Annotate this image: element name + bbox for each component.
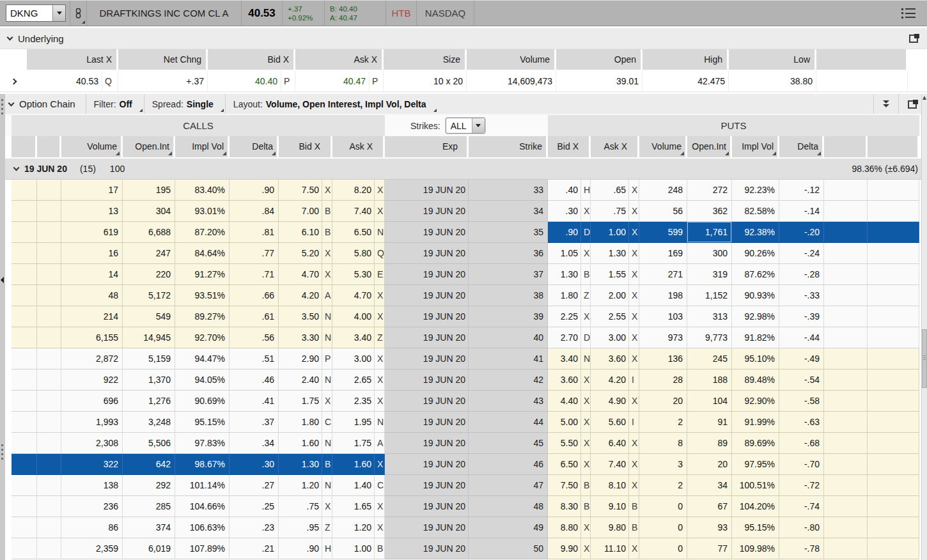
- option-row-strike-38[interactable]: 48 5,172 93.51% .66 4.20 A 4.70 X 19 JUN…: [0, 285, 927, 306]
- put-bid-exchange[interactable]: B: [581, 264, 591, 285]
- exp-cell[interactable]: 19 JUN 20: [385, 222, 469, 243]
- put-bid-exchange[interactable]: X: [581, 243, 591, 264]
- call-ask[interactable]: 2.65: [332, 369, 375, 391]
- call-bid[interactable]: 7.00: [279, 201, 322, 222]
- call-volume[interactable]: 17: [61, 180, 123, 201]
- put-ask[interactable]: .65: [591, 180, 629, 201]
- put-bid-exchange[interactable]: Z: [581, 285, 591, 306]
- call-open-int[interactable]: 247: [123, 243, 175, 264]
- put-ask-exchange[interactable]: X: [629, 222, 639, 243]
- call-delta[interactable]: .46: [230, 369, 279, 391]
- call-volume[interactable]: 2,872: [61, 348, 123, 369]
- call-impl-vol[interactable]: 90.69%: [175, 391, 230, 412]
- option-row-strike-46[interactable]: 322 642 98.67% .30 1.30 B 1.60 X 19 JUN …: [0, 454, 927, 475]
- option-row-strike-49[interactable]: 86 374 106.63% .23 .95 Z 1.20 X 19 JUN 2…: [0, 517, 927, 538]
- call-ask-exchange[interactable]: X: [375, 391, 385, 412]
- vertical-scrollbar[interactable]: [921, 94, 927, 560]
- call-bid[interactable]: 3.30: [279, 327, 322, 348]
- put-impl-vol[interactable]: 90.93%: [732, 285, 779, 306]
- call-bid[interactable]: .95: [279, 517, 322, 538]
- put-impl-vol[interactable]: 95.15%: [732, 517, 779, 538]
- call-bid-exchange[interactable]: N: [322, 369, 332, 391]
- strike-cell[interactable]: 33: [469, 180, 548, 201]
- put-bid[interactable]: 5.00: [548, 412, 581, 433]
- call-ask[interactable]: 1.20: [332, 517, 375, 538]
- put-ask-exchange[interactable]: I: [629, 369, 639, 391]
- expand-row-button[interactable]: [0, 71, 27, 91]
- put-ask-exchange[interactable]: X: [629, 475, 639, 496]
- put-open-int[interactable]: 34: [687, 475, 732, 496]
- put-bid-exchange[interactable]: X: [581, 538, 591, 559]
- call-bid[interactable]: 2.40: [279, 369, 322, 391]
- put-ask[interactable]: 3.60: [591, 348, 629, 369]
- filter-button[interactable]: Filter:Off: [86, 94, 144, 114]
- put-ask-exchange[interactable]: X: [629, 285, 639, 306]
- exp-cell[interactable]: 19 JUN 20: [385, 201, 469, 222]
- put-volume[interactable]: 0: [639, 538, 687, 559]
- put-bid-exchange[interactable]: X: [581, 201, 591, 222]
- put-bid[interactable]: 6.50: [548, 454, 581, 475]
- put-delta[interactable]: -.20: [779, 222, 824, 243]
- strike-cell[interactable]: 41: [469, 348, 548, 369]
- put-impl-vol[interactable]: 87.62%: [732, 264, 779, 285]
- put-ask[interactable]: 8.10: [591, 475, 629, 496]
- call-delta[interactable]: .37: [230, 412, 279, 433]
- exp-cell[interactable]: 19 JUN 20: [385, 306, 469, 327]
- put-bid-exchange[interactable]: X: [581, 391, 591, 412]
- option-row-strike-33[interactable]: 17 195 83.40% .90 7.50 X 8.20 X 19 JUN 2…: [0, 180, 927, 201]
- call-bid[interactable]: 4.20: [279, 285, 322, 306]
- call-ask[interactable]: 4.00: [332, 306, 375, 327]
- col-header-low[interactable]: Low: [729, 49, 816, 71]
- call-ask[interactable]: 5.30: [332, 264, 375, 285]
- put-delta[interactable]: -.68: [779, 433, 824, 454]
- call-impl-vol[interactable]: 106.63%: [175, 517, 230, 538]
- put-col-volume[interactable]: Volume: [639, 136, 687, 159]
- col-header-high[interactable]: High: [643, 49, 729, 71]
- strike-cell[interactable]: 35: [469, 222, 548, 243]
- call-volume[interactable]: 86: [61, 517, 123, 538]
- left-panel-splitter[interactable]: [0, 94, 5, 560]
- put-volume[interactable]: 20: [639, 391, 687, 412]
- put-bid[interactable]: 5.50: [548, 433, 581, 454]
- call-volume[interactable]: 696: [61, 391, 123, 412]
- call-col-impl-vol[interactable]: Impl Vol: [175, 136, 230, 159]
- put-ask[interactable]: 11.10: [591, 538, 629, 559]
- put-impl-vol[interactable]: 92.98%: [732, 306, 779, 327]
- option-row-strike-34[interactable]: 13 304 93.01% .84 7.00 B 7.40 X 19 JUN 2…: [0, 201, 927, 222]
- underlying-quote-row[interactable]: 40.53 Q +.37 40.40 P 40.47 P 10 x 20 14,…: [0, 71, 927, 92]
- put-ask-exchange[interactable]: X: [629, 348, 639, 369]
- call-col-delta[interactable]: Delta: [230, 136, 279, 159]
- put-impl-vol[interactable]: 89.48%: [732, 369, 779, 391]
- put-impl-vol[interactable]: 97.95%: [732, 454, 779, 475]
- put-bid[interactable]: 2.25: [548, 306, 581, 327]
- put-open-int[interactable]: 67: [687, 496, 732, 517]
- put-delta[interactable]: -.54: [779, 369, 824, 391]
- call-ask[interactable]: 3.40: [332, 327, 375, 348]
- option-row-strike-42[interactable]: 922 1,370 94.05% .46 2.40 N 2.65 X 19 JU…: [0, 369, 927, 391]
- call-open-int[interactable]: 642: [123, 454, 175, 475]
- call-ask-exchange[interactable]: N: [375, 412, 385, 433]
- menu-icon[interactable]: [901, 8, 915, 19]
- call-volume[interactable]: 922: [61, 369, 123, 391]
- call-ask-exchange[interactable]: X: [375, 201, 385, 222]
- underlying-section-header[interactable]: Underlying: [0, 28, 927, 49]
- call-impl-vol[interactable]: 89.27%: [175, 306, 230, 327]
- put-volume[interactable]: 2: [639, 412, 687, 433]
- put-impl-vol[interactable]: 90.26%: [732, 243, 779, 264]
- put-open-int[interactable]: 104: [687, 391, 732, 412]
- call-ask[interactable]: 8.20: [332, 180, 375, 201]
- call-impl-vol[interactable]: 93.01%: [175, 201, 230, 222]
- call-ask-exchange[interactable]: N: [375, 222, 385, 243]
- put-bid[interactable]: 1.80: [548, 285, 581, 306]
- call-open-int[interactable]: 5,172: [123, 285, 175, 306]
- call-volume[interactable]: 322: [61, 454, 123, 475]
- put-ask-exchange[interactable]: B: [629, 517, 639, 538]
- put-bid-exchange[interactable]: H: [581, 180, 591, 201]
- call-open-int[interactable]: 285: [123, 496, 175, 517]
- put-bid[interactable]: 8.30: [548, 496, 581, 517]
- call-ask-exchange[interactable]: C: [375, 475, 385, 496]
- call-bid[interactable]: 2.90: [279, 348, 322, 369]
- symbol-input[interactable]: DKNG: [6, 8, 52, 19]
- put-ask[interactable]: 1.30: [591, 243, 629, 264]
- call-volume[interactable]: 16: [61, 243, 123, 264]
